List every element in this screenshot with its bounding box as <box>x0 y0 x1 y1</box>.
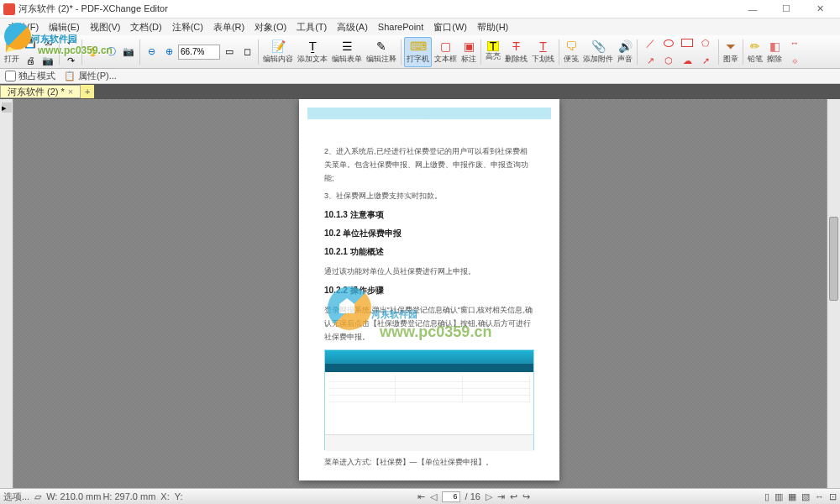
page-total: / 16 <box>465 491 480 501</box>
close-button[interactable]: ✕ <box>803 1 837 18</box>
menu-help[interactable]: 帮助(H) <box>472 21 513 34</box>
menu-form[interactable]: 表单(R) <box>208 21 249 34</box>
nav-first-icon[interactable]: ⇤ <box>417 491 425 502</box>
zoom-out-button[interactable]: ⊖ <box>143 44 160 60</box>
nav-prev-icon[interactable]: ◁ <box>430 491 437 502</box>
scrollbar-thumb[interactable] <box>829 217 838 301</box>
cloud-icon[interactable]: ☁ <box>679 52 696 69</box>
nav-fwd-icon[interactable]: ↪ <box>522 491 530 502</box>
strike-button[interactable]: T删除线 <box>503 37 529 67</box>
title-bar: 河东软件 (2)* - PDF-XChange Editor — ☐ ✕ <box>0 0 840 18</box>
edit-form-icon: ☰ <box>339 39 354 54</box>
sound-button[interactable]: 🔊声音 <box>616 37 634 67</box>
workspace: ▸ 2、进入系统后,已经进行社保费登记的用户可以看到社保费相关菜单。包含社保费申… <box>0 99 840 488</box>
edit-form-button[interactable]: ☰编辑表单 <box>330 37 364 67</box>
zoom-input[interactable] <box>178 45 220 60</box>
snapshot-button[interactable]: 📷 <box>120 44 137 60</box>
oval-icon[interactable] <box>660 34 677 51</box>
note-icon: 🗨 <box>564 39 579 54</box>
menu-file[interactable]: 文件(F) <box>3 21 44 34</box>
note-button[interactable]: 🗨便笺 <box>562 37 580 67</box>
menu-edit[interactable]: 编辑(E) <box>44 21 85 34</box>
properties-button[interactable]: 📋 属性(P)... <box>64 70 117 82</box>
callout-button[interactable]: ▣标注 <box>459 37 478 67</box>
tab-active[interactable]: 河东软件 (2) *× <box>0 85 81 98</box>
nav-next-icon[interactable]: ▷ <box>486 491 492 502</box>
tab-add-button[interactable]: + <box>81 85 94 98</box>
menu-sharepoint[interactable]: SharePoint <box>373 22 428 32</box>
menu-view[interactable]: 视图(V) <box>85 21 126 34</box>
layout-facing-icon[interactable]: ▦ <box>788 491 796 502</box>
redo-button[interactable]: ↷ <box>62 52 79 69</box>
page-number-input[interactable] <box>442 491 460 502</box>
exclusive-mode-checkbox[interactable]: 独占模式 <box>5 70 55 82</box>
menu-document[interactable]: 文档(D) <box>125 21 166 34</box>
select-tool-button[interactable]: Ⓘ <box>102 44 119 60</box>
open-button[interactable]: 📂 打开 <box>3 37 21 67</box>
typewriter-button[interactable]: ⌨打字机 <box>404 37 432 67</box>
minimize-button[interactable]: — <box>736 1 769 18</box>
scan-button[interactable]: 📷 <box>39 52 56 69</box>
doc-heading: 10.2.1 功能概述 <box>324 246 534 258</box>
rect-icon[interactable] <box>679 34 696 51</box>
underline-button[interactable]: T下划线 <box>530 37 556 67</box>
undo-button[interactable]: ↶ <box>62 34 79 51</box>
folder-open-icon: 📂 <box>4 39 19 54</box>
menu-advanced[interactable]: 高级(A) <box>332 21 373 34</box>
layout-book-icon[interactable]: ▧ <box>801 491 810 502</box>
zoom-actual-button[interactable]: ▭ <box>221 44 238 60</box>
highlight-icon: T <box>487 41 499 51</box>
fit-width-icon[interactable]: ↔ <box>815 491 824 501</box>
status-bar: 选项... ▱ W: 210.0 mm H: 297.0 mm X: Y: ⇤ … <box>0 488 840 504</box>
print-button[interactable]: 🖨 <box>22 52 39 69</box>
document-canvas[interactable]: 2、进入系统后,已经进行社保费登记的用户可以看到社保费相关菜单。包含社保费申报、… <box>13 99 827 488</box>
options-button[interactable]: 选项... <box>3 491 29 503</box>
hand-tool-button[interactable]: ✋ <box>85 44 102 60</box>
measure1-icon[interactable]: ↔ <box>786 34 803 51</box>
layout-cont-icon[interactable]: ▥ <box>774 491 783 502</box>
save-button[interactable]: 💾 <box>22 34 39 51</box>
erase-button[interactable]: ◧擦除 <box>765 37 784 67</box>
pdf-page: 2、进入系统后,已经进行社保费登记的用户可以看到社保费相关菜单。包含社保费申报、… <box>299 99 559 480</box>
pencil-button[interactable]: ✏铅笔 <box>746 37 764 67</box>
tab-close-icon[interactable]: × <box>68 87 73 97</box>
attach-button[interactable]: 📎添加附件 <box>581 37 615 67</box>
doc-paragraph: 通过该功能对单位人员社保费进行网上申报。 <box>324 265 534 278</box>
menu-tools[interactable]: 工具(T) <box>291 21 332 34</box>
nav-back-icon[interactable]: ↩ <box>510 491 517 502</box>
nav-last-icon[interactable]: ⇥ <box>497 491 505 502</box>
crop-icon[interactable]: ▱ <box>34 491 41 502</box>
zoom-fit-button[interactable]: ◻ <box>239 44 255 60</box>
edit-annot-icon: ✎ <box>374 39 389 54</box>
zoom-in-button[interactable]: ⊕ <box>160 44 177 60</box>
polyline-icon[interactable]: ⬡ <box>660 52 677 69</box>
typewriter-icon: ⌨ <box>411 39 426 54</box>
polygon-icon[interactable]: ⬠ <box>697 34 714 51</box>
strike-icon: T <box>509 39 524 54</box>
menu-bar: 文件(F) 编辑(E) 视图(V) 文档(D) 注释(C) 表单(R) 对象(O… <box>0 18 840 35</box>
page-width: W: 210.0 mm <box>46 491 101 501</box>
textbox-icon: ▢ <box>438 39 454 54</box>
edit-content-button[interactable]: 📝编辑内容 <box>261 37 295 67</box>
highlight-button[interactable]: T高亮 <box>484 37 502 67</box>
menu-annotate[interactable]: 注释(C) <box>167 21 208 34</box>
layout-single-icon[interactable]: ▯ <box>764 491 769 502</box>
edit-annot-button[interactable]: ✎编辑注释 <box>365 37 398 67</box>
maximize-button[interactable]: ☐ <box>769 1 803 18</box>
doc-heading: 10.1.3 注意事项 <box>324 209 534 221</box>
textbox-button[interactable]: ▢文本框 <box>433 37 459 67</box>
arrow2-icon[interactable]: ➚ <box>697 52 714 69</box>
add-text-button[interactable]: Ṯ添加文本 <box>296 37 329 67</box>
sidebar-expand-icon[interactable]: ▸ <box>2 102 12 113</box>
email-button[interactable]: ✉ <box>39 34 56 51</box>
menu-window[interactable]: 窗口(W) <box>428 21 472 34</box>
measure2-icon[interactable]: ⟐ <box>786 52 803 69</box>
stamp-button[interactable]: ⏷图章 <box>722 37 740 67</box>
fit-page-icon[interactable]: ⊡ <box>829 491 837 502</box>
edit-content-icon: 📝 <box>270 39 286 54</box>
line-icon[interactable]: ／ <box>642 34 659 51</box>
menu-object[interactable]: 对象(O) <box>249 21 291 34</box>
arrow-icon[interactable]: ↗ <box>642 52 659 69</box>
shape-annotations[interactable]: ／⬠ ↗⬡☁➚ <box>640 34 716 69</box>
vertical-scrollbar[interactable] <box>827 99 840 488</box>
